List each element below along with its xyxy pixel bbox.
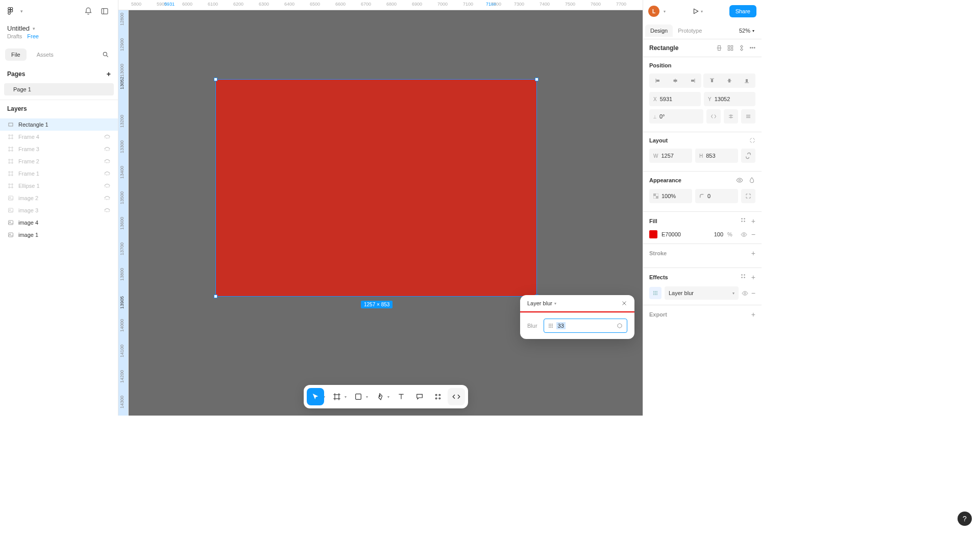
layer-row[interactable]: image 1 [0,229,118,241]
autolayout-icon[interactable] [749,137,755,143]
remove-fill-icon[interactable]: − [751,230,755,238]
hidden-icon[interactable] [104,133,111,140]
effect-settings-icon[interactable] [649,287,662,299]
layer-row[interactable]: Frame 2 [0,155,118,167]
share-button[interactable]: Share [729,5,756,17]
styles-icon[interactable] [740,217,746,225]
present-button[interactable]: ▾ [692,8,703,15]
rotation-input[interactable]: ⟂0° [649,109,703,124]
layer-row[interactable]: Frame 3 [0,143,118,155]
opacity-input[interactable]: 100% [649,189,692,203]
x-input[interactable]: X5931 [649,92,701,106]
close-icon[interactable] [621,300,627,306]
visibility-icon[interactable] [742,290,748,297]
comment-tool[interactable] [411,388,428,405]
flip-v-icon[interactable] [724,109,738,124]
radius-input[interactable]: 0 [695,189,738,203]
more-transform-icon[interactable] [741,109,755,124]
resize-handle-sw[interactable] [214,295,217,298]
flip-h-icon[interactable] [706,109,721,124]
zoom-level[interactable]: 52%▾ [734,28,760,34]
align-right-icon[interactable] [690,78,696,84]
layer-row[interactable]: Frame 4 [0,131,118,143]
effect-type-select[interactable]: Layer blur ▾ [665,286,739,300]
component-icon[interactable] [738,44,745,52]
variable-icon[interactable] [617,323,623,329]
blur-value[interactable]: 33 [556,322,566,329]
more-icon[interactable]: ••• [749,44,755,52]
angle-icon: ⟂ [653,114,656,119]
fill-pct[interactable]: 100 [714,231,723,237]
panel-toggle-icon[interactable] [97,4,112,18]
page-item[interactable]: Page 1 [4,83,114,95]
remove-effect-icon[interactable]: − [751,289,755,297]
layer-row[interactable]: image 2 [0,192,118,204]
fill-swatch[interactable] [649,230,657,238]
blur-input[interactable]: 33 [544,319,627,333]
selected-rectangle[interactable] [215,79,537,297]
dev-mode-tool[interactable] [448,388,465,405]
add-fill-icon[interactable]: + [751,217,755,225]
layer-row[interactable]: Frame 1 [0,167,118,180]
tab-design[interactable]: Design [645,25,673,37]
visibility-icon[interactable] [741,231,747,238]
tab-file[interactable]: File [5,48,27,61]
right-panel: L ▾ ▾ Share Design Prototype 52%▾ Rectan… [643,0,762,416]
layer-row[interactable]: image 4 [0,216,118,229]
layer-row[interactable]: Rectangle 1 [0,118,118,131]
individual-radius-icon[interactable] [741,189,755,203]
width-input[interactable]: W1257 [649,149,692,163]
move-tool[interactable] [307,388,324,405]
align-top-icon[interactable] [709,78,715,84]
add-page-icon[interactable]: + [107,70,111,78]
popup-title[interactable]: Layer blur ▾ [527,300,556,306]
avatar[interactable]: L [648,6,659,17]
hidden-icon[interactable] [104,158,111,165]
chevron-down-icon[interactable]: ▾ [664,9,666,14]
hidden-icon[interactable] [104,170,111,177]
constrain-icon[interactable] [741,149,755,163]
frame-tool[interactable] [328,388,346,405]
y-input[interactable]: Y13052 [704,92,755,106]
figma-logo-icon[interactable] [6,7,15,16]
align-hcenter-icon[interactable] [672,78,678,84]
tab-assets[interactable]: Assets [31,48,60,61]
fill-hex[interactable]: E70000 [662,231,681,237]
add-stroke-icon[interactable]: + [751,249,755,257]
resize-handle-nw[interactable] [214,78,217,81]
canvas[interactable]: 1257 × 853 Layer blur ▾ Blur [129,10,643,416]
radius-icon [699,193,704,199]
resize-handle-ne[interactable] [535,78,538,81]
text-tool[interactable] [393,388,410,405]
effects-section: Effects + Layer blur ▾ − [643,268,762,305]
align-bottom-icon[interactable] [744,78,750,84]
plan-badge[interactable]: Free [27,33,39,39]
align-left-icon[interactable] [655,78,661,84]
pen-tool[interactable] [371,388,388,405]
add-effect-icon[interactable]: + [751,273,755,281]
hidden-icon[interactable] [104,207,111,214]
scrub-grip-icon[interactable] [548,323,553,328]
svg-point-47 [550,327,551,328]
chevron-down-icon[interactable]: ▾ [20,9,23,14]
file-title-row[interactable]: Untitled ▾ [0,22,118,33]
hidden-icon[interactable] [104,195,111,202]
hidden-icon[interactable] [104,182,111,189]
align-vcenter-icon[interactable] [726,78,732,84]
drafts-label[interactable]: Drafts [7,33,22,39]
visibility-icon[interactable] [736,177,743,184]
layer-row[interactable]: image 3 [0,204,118,216]
styles-icon[interactable] [740,273,746,281]
actions-tool[interactable] [429,388,447,405]
align-icon[interactable] [716,44,723,52]
search-icon[interactable] [99,47,113,62]
tab-prototype[interactable]: Prototype [673,22,707,39]
add-export-icon[interactable]: + [751,310,755,319]
height-input[interactable]: H853 [695,149,738,163]
shape-tool[interactable] [350,388,367,405]
blend-icon[interactable] [748,177,755,184]
layer-row[interactable]: Ellipse 1 [0,180,118,192]
hidden-icon[interactable] [104,145,111,153]
bell-icon[interactable] [81,4,95,18]
tidy-icon[interactable] [727,44,734,52]
